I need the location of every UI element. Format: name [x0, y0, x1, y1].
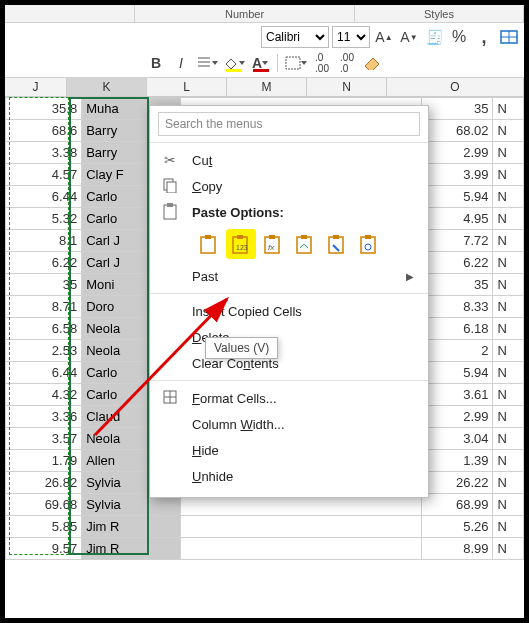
- cell-p[interactable]: N: [493, 450, 524, 472]
- cell-j[interactable]: 3.57: [6, 428, 82, 450]
- col-header-o[interactable]: O: [387, 78, 524, 96]
- cell-j[interactable]: 6.44: [6, 186, 82, 208]
- cell-p[interactable]: N: [493, 384, 524, 406]
- decrease-decimal-icon[interactable]: .00.0: [336, 52, 358, 74]
- cell-p[interactable]: N: [493, 362, 524, 384]
- cell-o[interactable]: 2.99: [422, 406, 493, 428]
- cell-p[interactable]: N: [493, 252, 524, 274]
- col-header-k[interactable]: K: [67, 78, 147, 96]
- cell-p[interactable]: N: [493, 538, 524, 560]
- cell-j[interactable]: 6.22: [6, 252, 82, 274]
- cell-j[interactable]: 26.82: [6, 472, 82, 494]
- col-header-j[interactable]: J: [5, 78, 67, 96]
- menu-column-width[interactable]: Column Width...: [150, 411, 428, 437]
- cell-p[interactable]: N: [493, 296, 524, 318]
- align-icon[interactable]: [195, 52, 219, 74]
- cell-o[interactable]: 35: [422, 274, 493, 296]
- menu-hide[interactable]: Hide: [150, 437, 428, 463]
- cell-k[interactable]: Jim R: [82, 516, 181, 538]
- col-header-m[interactable]: M: [227, 78, 307, 96]
- menu-format-cells[interactable]: Format Cells...: [150, 385, 428, 411]
- cell-o[interactable]: 2: [422, 340, 493, 362]
- cell-p[interactable]: N: [493, 98, 524, 120]
- comma-icon[interactable]: ,: [473, 26, 495, 48]
- cell-hidden[interactable]: [181, 516, 422, 538]
- paste-transpose-icon[interactable]: [290, 229, 320, 259]
- paste-values-icon[interactable]: 123: [226, 229, 256, 259]
- font-color-icon[interactable]: A: [249, 52, 271, 74]
- cell-p[interactable]: N: [493, 494, 524, 516]
- cell-o[interactable]: 68.02: [422, 120, 493, 142]
- paste-formatting-icon[interactable]: [322, 229, 352, 259]
- increase-decimal-icon[interactable]: .0.00: [311, 52, 333, 74]
- cell-p[interactable]: N: [493, 318, 524, 340]
- col-header-l[interactable]: L: [147, 78, 227, 96]
- menu-insert-copied-cells[interactable]: Insert Copied Cells: [150, 298, 428, 324]
- cell-o[interactable]: 68.99: [422, 494, 493, 516]
- table-row[interactable]: 5.85Jim R5.26N: [6, 516, 524, 538]
- cell-hidden[interactable]: [181, 538, 422, 560]
- cell-o[interactable]: 6.22: [422, 252, 493, 274]
- cell-p[interactable]: N: [493, 428, 524, 450]
- cell-j[interactable]: 4.57: [6, 164, 82, 186]
- cell-p[interactable]: N: [493, 186, 524, 208]
- cell-j[interactable]: 68.6: [6, 120, 82, 142]
- menu-cut[interactable]: ✂ Cut: [150, 147, 428, 173]
- menu-delete[interactable]: Delete: [150, 324, 428, 350]
- italic-icon[interactable]: I: [170, 52, 192, 74]
- cell-p[interactable]: N: [493, 340, 524, 362]
- cell-o[interactable]: 4.95: [422, 208, 493, 230]
- fill-color-icon[interactable]: [222, 52, 246, 74]
- increase-font-icon[interactable]: A▲: [373, 26, 395, 48]
- cell-j[interactable]: 3.38: [6, 142, 82, 164]
- menu-copy[interactable]: Copy: [150, 173, 428, 199]
- cell-p[interactable]: N: [493, 516, 524, 538]
- cell-j[interactable]: 3.36: [6, 406, 82, 428]
- cell-j[interactable]: 8.1: [6, 230, 82, 252]
- cell-p[interactable]: N: [493, 274, 524, 296]
- cell-k[interactable]: Jim R: [82, 538, 181, 560]
- cell-o[interactable]: 3.99: [422, 164, 493, 186]
- menu-clear-contents[interactable]: Clear Contents: [150, 350, 428, 376]
- paste-all-icon[interactable]: [194, 229, 224, 259]
- cell-o[interactable]: 8.33: [422, 296, 493, 318]
- borders-icon[interactable]: [284, 52, 308, 74]
- menu-unhide[interactable]: Unhide: [150, 463, 428, 489]
- cell-o[interactable]: 6.18: [422, 318, 493, 340]
- cell-o[interactable]: 5.94: [422, 362, 493, 384]
- cell-o[interactable]: 3.61: [422, 384, 493, 406]
- cell-o[interactable]: 26.22: [422, 472, 493, 494]
- cell-p[interactable]: N: [493, 142, 524, 164]
- decrease-font-icon[interactable]: A▼: [398, 26, 420, 48]
- styles-icon[interactable]: [498, 26, 520, 48]
- cell-o[interactable]: 1.39: [422, 450, 493, 472]
- number-format-icon[interactable]: 🧾: [423, 26, 445, 48]
- cell-j[interactable]: 35.8: [6, 98, 82, 120]
- menu-search-input[interactable]: Search the menus: [158, 112, 420, 136]
- clear-format-icon[interactable]: [361, 52, 383, 74]
- bold-icon[interactable]: B: [145, 52, 167, 74]
- cell-j[interactable]: 5.32: [6, 208, 82, 230]
- cell-o[interactable]: 35: [422, 98, 493, 120]
- cell-p[interactable]: N: [493, 406, 524, 428]
- cell-o[interactable]: 5.26: [422, 516, 493, 538]
- percent-icon[interactable]: %: [448, 26, 470, 48]
- cell-p[interactable]: N: [493, 472, 524, 494]
- cell-o[interactable]: 5.94: [422, 186, 493, 208]
- cell-o[interactable]: 2.99: [422, 142, 493, 164]
- cell-j[interactable]: 35: [6, 274, 82, 296]
- paste-formulas-icon[interactable]: fx: [258, 229, 288, 259]
- cell-o[interactable]: 7.72: [422, 230, 493, 252]
- cell-j[interactable]: 8.71: [6, 296, 82, 318]
- cell-o[interactable]: 3.04: [422, 428, 493, 450]
- cell-j[interactable]: 1.79: [6, 450, 82, 472]
- cell-j[interactable]: 6.58: [6, 318, 82, 340]
- cell-p[interactable]: N: [493, 230, 524, 252]
- cell-j[interactable]: 69.68: [6, 494, 82, 516]
- cell-j[interactable]: 9.57: [6, 538, 82, 560]
- col-header-n[interactable]: N: [307, 78, 387, 96]
- font-name-select[interactable]: Calibri: [261, 26, 329, 48]
- cell-j[interactable]: 2.53: [6, 340, 82, 362]
- font-size-select[interactable]: 11: [332, 26, 370, 48]
- cell-j[interactable]: 4.32: [6, 384, 82, 406]
